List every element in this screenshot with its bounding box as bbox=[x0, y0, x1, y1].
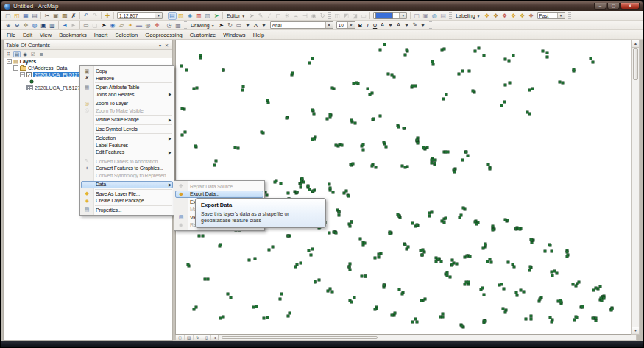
font-color-dropdown-icon[interactable]: ▾ bbox=[386, 21, 395, 29]
context-menu-item-joins-and-relates[interactable]: Joins and Relates▶ bbox=[80, 91, 174, 99]
context-menu-item-selection[interactable]: Selection▶ bbox=[80, 135, 174, 142]
page-icon[interactable]: ▢ bbox=[412, 12, 421, 20]
scroll-down-icon[interactable]: ▼ bbox=[632, 327, 639, 334]
find-icon[interactable]: ◎ bbox=[144, 21, 152, 29]
add-data-icon[interactable]: ✚ bbox=[103, 12, 112, 20]
shape-dropdown-icon[interactable]: ▾ bbox=[244, 21, 252, 29]
context-menu-item-edit-features[interactable]: Edit Features▶ bbox=[80, 149, 174, 156]
menu-file[interactable]: File bbox=[3, 31, 19, 39]
layer1-checkbox[interactable]: ✓ bbox=[26, 72, 32, 77]
label-manager-icon[interactable]: ❖ bbox=[483, 12, 492, 20]
catalog-window-icon[interactable]: ▨ bbox=[177, 12, 185, 20]
map-scale-combo-dropdown-icon[interactable]: ▼ bbox=[155, 13, 162, 18]
halo-color-button[interactable]: A bbox=[395, 21, 403, 30]
context-menu-item-create-layer-package[interactable]: ◈Create Layer Package... bbox=[80, 197, 174, 205]
collapse-icon[interactable]: − bbox=[7, 59, 12, 64]
pause-drawing-button[interactable]: ▯ bbox=[202, 335, 211, 340]
layout-view-button[interactable]: ▤ bbox=[185, 335, 194, 340]
modelbuilder-icon[interactable]: ➤ bbox=[212, 12, 221, 20]
minimize-button[interactable]: – bbox=[594, 3, 606, 10]
context-menu-item-label-features[interactable]: Label Features bbox=[80, 142, 174, 149]
topology-layer-combo-dropdown-icon[interactable]: ▼ bbox=[399, 13, 406, 18]
pan-icon[interactable]: ✥ bbox=[21, 21, 30, 29]
topology-layer-combo[interactable]: ▼ bbox=[373, 12, 407, 19]
tree-row-layers[interactable]: − ▤ Layers bbox=[4, 58, 172, 65]
list-by-drawing-order-icon[interactable]: ⠿ bbox=[5, 51, 13, 57]
menu-insert[interactable]: Insert bbox=[91, 31, 112, 39]
label-priority-icon[interactable]: ❖ bbox=[492, 12, 500, 20]
collapse-icon[interactable]: − bbox=[13, 65, 18, 71]
toolbar-grip[interactable] bbox=[328, 12, 331, 19]
font-size-combo-dropdown-icon[interactable]: ▼ bbox=[347, 22, 355, 28]
rotate-element-icon[interactable]: ↻ bbox=[226, 21, 235, 29]
folder-label[interactable]: C:\Address_Data bbox=[28, 65, 67, 71]
go-to-xy-icon[interactable]: ✛ bbox=[152, 21, 161, 29]
maximize-button[interactable]: ▢ bbox=[607, 3, 620, 10]
context-menu-item-convert-features-to-graphics[interactable]: ✦Convert Features to Graphics... bbox=[80, 165, 174, 172]
vertical-scroll-thumb[interactable] bbox=[633, 48, 638, 80]
page2-icon[interactable]: ▣ bbox=[421, 12, 430, 20]
context-menu-item-data[interactable]: Data▶ bbox=[80, 181, 174, 188]
view-unplaced-icon[interactable]: ❖ bbox=[527, 12, 536, 20]
globe-share-icon[interactable]: ◍ bbox=[430, 12, 439, 20]
data-frame-label[interactable]: Layers bbox=[20, 59, 37, 64]
viewer-window-icon[interactable]: ▦ bbox=[174, 21, 183, 29]
collapse-icon[interactable]: − bbox=[20, 72, 25, 77]
list-by-selection-icon[interactable]: ☑ bbox=[29, 51, 37, 57]
toc-pin-icon[interactable]: ▾ bbox=[157, 43, 163, 48]
open-icon[interactable]: ◱ bbox=[13, 12, 21, 20]
underline-button[interactable]: U bbox=[372, 21, 379, 29]
undo-icon[interactable]: ↶ bbox=[82, 12, 91, 20]
menu-selection[interactable]: Selection bbox=[111, 31, 141, 39]
label-engine-combo-dropdown-icon[interactable]: ▼ bbox=[557, 13, 565, 18]
labeling-toolbar-label[interactable]: Labeling ▼ bbox=[453, 13, 482, 18]
context-menu-item-remove[interactable]: ✗Remove bbox=[80, 75, 174, 82]
report-icon[interactable]: ▤ bbox=[439, 12, 447, 20]
refresh-view-button[interactable]: ↻ bbox=[194, 335, 202, 340]
select-features-icon[interactable]: ▭ bbox=[82, 21, 91, 29]
label-weight-icon[interactable]: ❖ bbox=[500, 12, 509, 20]
list-by-source-icon[interactable]: ▤ bbox=[13, 51, 21, 57]
line-color-dropdown-icon[interactable]: ▾ bbox=[419, 21, 428, 29]
menu-help[interactable]: Help bbox=[250, 31, 268, 39]
context-menu-item-properties[interactable]: ▤Properties... bbox=[80, 207, 174, 214]
cut-icon[interactable]: ✂ bbox=[43, 12, 52, 20]
font-size-combo[interactable]: 10▼ bbox=[336, 21, 355, 29]
list-by-visibility-icon[interactable]: ◉ bbox=[21, 51, 29, 57]
arctoolbox-icon[interactable]: ▥ bbox=[194, 12, 203, 20]
toolbar-grip[interactable] bbox=[184, 21, 187, 29]
scroll-left-icon[interactable]: ◄ bbox=[211, 335, 219, 340]
map-vertical-scrollbar[interactable]: ▲ ▼ bbox=[631, 40, 640, 335]
hyperlink-icon[interactable]: ✦ bbox=[126, 21, 135, 29]
context-menu-item-zoom-to-layer[interactable]: ◎Zoom To Layer bbox=[80, 100, 174, 107]
lock-labels-icon[interactable]: ❖ bbox=[509, 12, 518, 20]
menu-windows[interactable]: Windows bbox=[219, 31, 249, 39]
toolbar-grip[interactable] bbox=[568, 12, 571, 19]
drawing-select-icon[interactable]: ➤ bbox=[217, 21, 226, 29]
context-menu-item-open-attribute-table[interactable]: ▦Open Attribute Table bbox=[80, 84, 174, 91]
menu-edit[interactable]: Edit bbox=[19, 31, 36, 39]
zoom-out-icon[interactable]: ⊖ bbox=[13, 21, 21, 29]
italic-button[interactable]: I bbox=[364, 21, 372, 29]
menu-geoprocessing[interactable]: Geoprocessing bbox=[141, 31, 185, 39]
context-menu-item-use-symbol-levels[interactable]: Use Symbol Levels bbox=[80, 126, 174, 133]
halo-color-dropdown-icon[interactable]: ▾ bbox=[403, 21, 411, 29]
menu-bookmarks[interactable]: Bookmarks bbox=[55, 31, 91, 39]
bold-button[interactable]: B bbox=[357, 21, 364, 29]
toc-options-icon[interactable]: ≣ bbox=[38, 51, 45, 57]
print-icon[interactable]: ▤ bbox=[30, 12, 39, 20]
data-view-button[interactable]: ◻ bbox=[176, 335, 185, 340]
time-slider-icon[interactable]: ◷ bbox=[165, 21, 174, 29]
scroll-up-icon[interactable]: ▲ bbox=[632, 40, 639, 48]
toolbar-grip[interactable] bbox=[449, 12, 452, 19]
point-symbol[interactable] bbox=[30, 80, 33, 83]
fixed-zoom-out-icon[interactable]: ▥ bbox=[48, 21, 57, 29]
pause-labeling-icon[interactable]: ❖ bbox=[518, 12, 527, 20]
font-color-button[interactable]: A bbox=[379, 21, 386, 30]
context-menu-item-copy[interactable]: ▣Copy bbox=[80, 68, 174, 75]
map-scale-combo[interactable]: 1:12,807▼ bbox=[117, 12, 163, 19]
back-extent-icon[interactable]: ◄ bbox=[60, 21, 69, 29]
line-color-button[interactable]: ✎ bbox=[411, 21, 419, 30]
editor-toolbar-label[interactable]: Editor ▼ bbox=[224, 13, 247, 18]
new-map-icon[interactable]: ▢ bbox=[4, 12, 13, 20]
